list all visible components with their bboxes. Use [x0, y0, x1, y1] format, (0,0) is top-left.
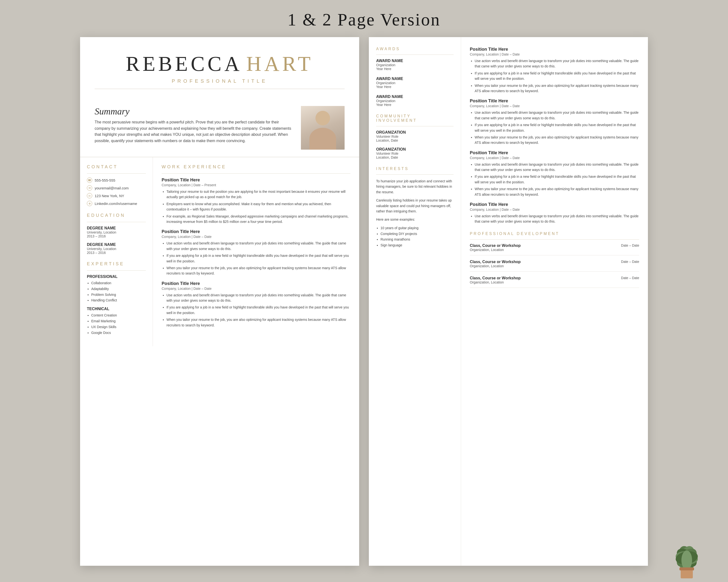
- dev-left-2: Class, Course or Workshop Organization, …: [470, 260, 521, 268]
- award-item-3: AWARD NAME Organization Year Here: [376, 94, 453, 107]
- job-bullet: When you tailor your resume to the job, …: [475, 83, 639, 94]
- interests-header: INTERESTS: [376, 167, 453, 171]
- p2-job-bullets-3: Use action verbs and benefit driven lang…: [475, 162, 639, 197]
- job-bullet: If you are applying for a job in a new f…: [475, 174, 639, 185]
- linkedin-text: Linkedin.com/in/username: [95, 201, 137, 206]
- dev-org-2: Organization, Location: [470, 264, 521, 268]
- contact-linkedin: ⊕ Linkedin.com/in/username: [87, 201, 146, 206]
- summary-text: The most persuasive resume begins with a…: [95, 119, 294, 144]
- page1-main: WORK EXPERIENCE Position Title Here Comp…: [153, 157, 359, 346]
- job-bullet: If you are applying for a job in a new f…: [475, 71, 639, 82]
- dev-date-3: Date – Date: [621, 276, 639, 284]
- interest-item: Completing DIY projects: [381, 231, 453, 237]
- job-bullet: When you tailor your resume to the job, …: [475, 186, 639, 197]
- job-bullets-2: Use action verbs and benefit driven lang…: [166, 241, 350, 276]
- contact-section-header: CONTACT: [87, 164, 146, 169]
- address-text: 123 New York, NY: [95, 194, 124, 198]
- interests-intro-3: Here are some examples:: [376, 217, 453, 222]
- expertise-list-2: Content Creation Email Marketing UX Desi…: [91, 312, 146, 336]
- dev-item-2: Class, Course or Workshop Organization, …: [470, 260, 639, 272]
- p2-job-title-2: Position Title Here: [470, 99, 639, 104]
- dev-class-1: Class, Course or Workshop: [470, 244, 521, 248]
- org-name-2: ORGANIZATION: [376, 147, 453, 151]
- job-bullet: Use action verbs and benefit driven lang…: [475, 110, 639, 121]
- expertise-cat-2: TECHNICAL: [87, 307, 146, 311]
- edu-date-1: 2013 – 2016: [87, 234, 146, 238]
- work-exp-header: WORK EXPERIENCE: [162, 164, 350, 169]
- dev-org-3: Organization, Location: [470, 280, 521, 284]
- skill-item: UX Design Skills: [91, 324, 146, 330]
- expertise-list-1: Collaboration Adaptability Problem Solvi…: [91, 280, 146, 303]
- skill-item: Adaptability: [91, 286, 146, 292]
- job-bullet: If you are applying for a job in a new f…: [166, 305, 350, 315]
- p2-job-title-3: Position Title Here: [470, 150, 639, 156]
- summary-left: Summary The most persuasive resume begin…: [95, 106, 294, 144]
- linkedin-icon: ⊕: [87, 201, 92, 206]
- summary-section: Summary The most persuasive resume begin…: [80, 101, 359, 157]
- dev-item-3: Class, Course or Workshop Organization, …: [470, 276, 639, 288]
- job-title-2: Position Title Here: [162, 229, 350, 234]
- job-bullet: For example, as Regional Sales Manager, …: [166, 214, 350, 225]
- contact-email: ✉ youremail@mail.com: [87, 185, 146, 191]
- page1-lower: CONTACT ☎ 555-555-555 ✉ youremail@mail.c…: [80, 157, 359, 346]
- job-bullet: If you are applying for a job in a new f…: [166, 253, 350, 264]
- dev-left-1: Class, Course or Workshop Organization, …: [470, 244, 521, 252]
- job-company-3: Company, Location | Date – Date: [162, 287, 350, 290]
- edu-school-1: University, Location: [87, 230, 146, 234]
- p2-job-bullets-1: Use action verbs and benefit driven lang…: [475, 58, 639, 93]
- skill-item: Google Docs: [91, 330, 146, 336]
- email-icon: ✉: [87, 185, 92, 191]
- work-exp-divider: [162, 173, 350, 174]
- expertise-section-header: EXPERTISE: [87, 261, 146, 267]
- profile-photo: [301, 106, 345, 149]
- interests-divider: [376, 174, 453, 175]
- interests-intro-2: Carelessly listing hobbies in your resum…: [376, 198, 453, 214]
- edu-degree-2: DEGREE NAME: [87, 243, 146, 247]
- award-name-1: AWARD NAME: [376, 59, 453, 63]
- contact-divider: [87, 173, 146, 174]
- professional-title: PROFESSIONAL TITLE: [95, 78, 345, 84]
- expertise-cat-1: PROFESSIONAL: [87, 275, 146, 279]
- dev-left-3: Class, Course or Workshop Organization, …: [470, 276, 521, 284]
- skill-item: Collaboration: [91, 280, 146, 286]
- p2-job-title-1: Position Title Here: [470, 47, 639, 52]
- dev-date-2: Date – Date: [621, 260, 639, 268]
- skill-item: Email Marketing: [91, 318, 146, 324]
- job-bullet: Use action verbs and benefit driven lang…: [475, 162, 639, 173]
- job-bullet: If you are applying for a job in a new f…: [475, 122, 639, 133]
- edu-date-2: 2013 – 2016: [87, 251, 146, 255]
- profile-photo-inner: [301, 106, 345, 149]
- dev-date-1: Date – Date: [621, 244, 639, 252]
- community-header: COMMUNITY INVOLVEMENT: [376, 114, 453, 123]
- org-role-1: Volunteer Role: [376, 135, 453, 138]
- job-bullets-3: Use action verbs and benefit driven lang…: [166, 293, 350, 328]
- p2-job-bullets-4: Use action verbs and benefit driven lang…: [475, 213, 639, 224]
- summary-title: Summary: [95, 106, 294, 117]
- pages-container: REBECCA HART PROFESSIONAL TITLE Summary …: [0, 37, 728, 566]
- skill-item: Content Creation: [91, 312, 146, 318]
- job-title-1: Position Title Here: [162, 177, 350, 183]
- last-name: HART: [246, 52, 314, 76]
- svg-point-6: [681, 551, 692, 570]
- award-year-1: Year Here: [376, 67, 453, 71]
- skill-item: Problem Solving: [91, 292, 146, 298]
- svg-rect-8: [679, 567, 694, 570]
- education-section-header: EDUCATION: [87, 213, 146, 218]
- award-org-2: Organization: [376, 81, 453, 85]
- job-bullet: Use action verbs and benefit driven lang…: [166, 241, 350, 251]
- edu-degree-1: DEGREE NAME: [87, 226, 146, 230]
- contact-address: in 123 New York, NY: [87, 193, 146, 198]
- job-bullets-1: Tailoring your resume to suit the positi…: [166, 189, 350, 224]
- page1-header: REBECCA HART PROFESSIONAL TITLE: [80, 37, 359, 101]
- org-role-2: Volunteer Role: [376, 151, 453, 156]
- contact-phone: ☎ 555-555-555: [87, 177, 146, 183]
- award-year-3: Year Here: [376, 103, 453, 107]
- p2-job-company-1: Company, Location | Date – Date: [470, 52, 639, 56]
- job-bullet: Use action verbs and benefit driven lang…: [475, 213, 639, 224]
- job-bullet: Employers want to know what you accompli…: [166, 201, 350, 212]
- dev-class-3: Class, Course or Workshop: [470, 276, 521, 280]
- interests-list: 10 years of guitar playing Completing DI…: [381, 225, 453, 248]
- address-icon: in: [87, 193, 92, 198]
- award-org-1: Organization: [376, 63, 453, 67]
- name-container: REBECCA HART: [95, 52, 345, 76]
